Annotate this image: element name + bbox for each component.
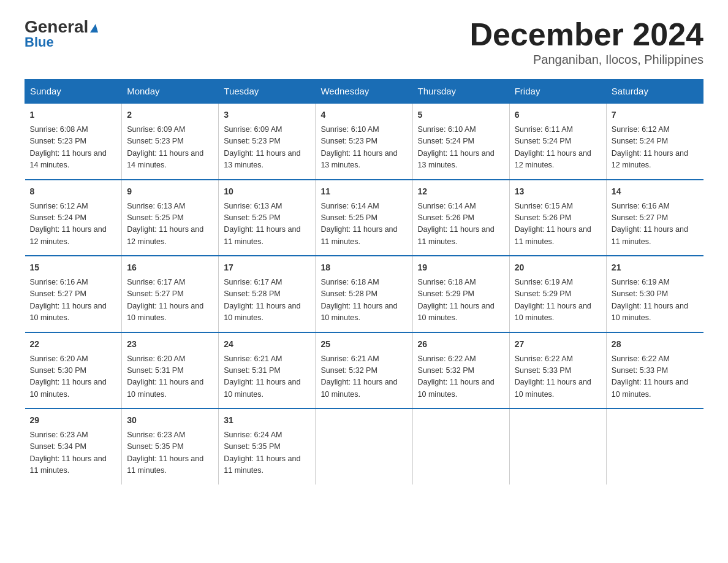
- day-info: Sunrise: 6:19 AMSunset: 5:29 PMDaylight:…: [515, 277, 601, 324]
- table-row: 3Sunrise: 6:09 AMSunset: 5:23 PMDaylight…: [219, 103, 316, 180]
- table-row: 30Sunrise: 6:23 AMSunset: 5:35 PMDayligh…: [122, 408, 219, 484]
- location-subtitle: Panganiban, Ilocos, Philippines: [469, 53, 703, 67]
- day-info: Sunrise: 6:23 AMSunset: 5:35 PMDaylight:…: [127, 429, 213, 477]
- day-number: 13: [515, 185, 601, 198]
- day-number: 21: [612, 261, 699, 274]
- day-number: 9: [127, 185, 213, 198]
- day-info: Sunrise: 6:17 AMSunset: 5:27 PMDaylight:…: [127, 277, 213, 324]
- col-monday: Monday: [122, 80, 219, 104]
- table-row: [606, 408, 703, 484]
- table-row: 9Sunrise: 6:13 AMSunset: 5:25 PMDaylight…: [122, 180, 219, 256]
- table-row: 10Sunrise: 6:13 AMSunset: 5:25 PMDayligh…: [219, 180, 316, 256]
- table-row: [412, 408, 509, 484]
- day-number: 11: [320, 185, 407, 198]
- table-row: 1Sunrise: 6:08 AMSunset: 5:23 PMDaylight…: [25, 103, 122, 180]
- table-row: 15Sunrise: 6:16 AMSunset: 5:27 PMDayligh…: [25, 256, 122, 332]
- table-row: 8Sunrise: 6:12 AMSunset: 5:24 PMDaylight…: [25, 180, 122, 256]
- day-number: 25: [320, 338, 407, 351]
- day-number: 27: [515, 338, 601, 351]
- col-wednesday: Wednesday: [316, 80, 412, 104]
- table-row: 17Sunrise: 6:17 AMSunset: 5:28 PMDayligh…: [219, 256, 316, 332]
- table-row: 29Sunrise: 6:23 AMSunset: 5:34 PMDayligh…: [25, 408, 122, 484]
- table-row: [316, 408, 412, 484]
- day-info: Sunrise: 6:23 AMSunset: 5:34 PMDaylight:…: [30, 429, 117, 477]
- table-row: 5Sunrise: 6:10 AMSunset: 5:24 PMDaylight…: [412, 103, 509, 180]
- day-number: 28: [612, 338, 699, 351]
- day-number: 15: [30, 261, 117, 274]
- table-row: 11Sunrise: 6:14 AMSunset: 5:25 PMDayligh…: [316, 180, 412, 256]
- table-row: 27Sunrise: 6:22 AMSunset: 5:33 PMDayligh…: [509, 332, 606, 409]
- day-number: 2: [127, 109, 213, 121]
- day-info: Sunrise: 6:13 AMSunset: 5:25 PMDaylight:…: [127, 201, 213, 248]
- calendar-week-row: 29Sunrise: 6:23 AMSunset: 5:34 PMDayligh…: [25, 408, 703, 484]
- table-row: 2Sunrise: 6:09 AMSunset: 5:23 PMDaylight…: [122, 103, 219, 180]
- table-row: 20Sunrise: 6:19 AMSunset: 5:29 PMDayligh…: [509, 256, 606, 332]
- day-info: Sunrise: 6:12 AMSunset: 5:24 PMDaylight:…: [30, 201, 117, 248]
- table-row: 12Sunrise: 6:14 AMSunset: 5:26 PMDayligh…: [412, 180, 509, 256]
- col-friday: Friday: [509, 80, 606, 104]
- table-row: 26Sunrise: 6:22 AMSunset: 5:32 PMDayligh…: [412, 332, 509, 409]
- day-number: 7: [612, 109, 699, 121]
- col-saturday: Saturday: [606, 80, 703, 104]
- table-row: 18Sunrise: 6:18 AMSunset: 5:28 PMDayligh…: [316, 256, 412, 332]
- day-number: 17: [224, 261, 310, 274]
- day-number: 24: [224, 338, 310, 351]
- day-number: 26: [418, 338, 504, 351]
- day-info: Sunrise: 6:09 AMSunset: 5:23 PMDaylight:…: [127, 124, 213, 172]
- day-number: 14: [612, 185, 699, 198]
- day-info: Sunrise: 6:11 AMSunset: 5:24 PMDaylight:…: [515, 124, 601, 172]
- day-info: Sunrise: 6:18 AMSunset: 5:28 PMDaylight:…: [320, 277, 407, 324]
- day-info: Sunrise: 6:18 AMSunset: 5:29 PMDaylight:…: [418, 277, 504, 324]
- day-number: 19: [418, 261, 504, 274]
- day-number: 5: [418, 109, 504, 121]
- day-info: Sunrise: 6:19 AMSunset: 5:30 PMDaylight:…: [612, 277, 699, 324]
- table-row: 4Sunrise: 6:10 AMSunset: 5:23 PMDaylight…: [316, 103, 412, 180]
- day-info: Sunrise: 6:14 AMSunset: 5:26 PMDaylight:…: [418, 201, 504, 248]
- table-row: 16Sunrise: 6:17 AMSunset: 5:27 PMDayligh…: [122, 256, 219, 332]
- table-row: 24Sunrise: 6:21 AMSunset: 5:31 PMDayligh…: [219, 332, 316, 409]
- month-title: December 2024: [469, 18, 703, 50]
- day-info: Sunrise: 6:16 AMSunset: 5:27 PMDaylight:…: [612, 201, 699, 248]
- day-info: Sunrise: 6:08 AMSunset: 5:23 PMDaylight:…: [30, 124, 117, 172]
- day-info: Sunrise: 6:22 AMSunset: 5:33 PMDaylight:…: [612, 353, 699, 401]
- day-number: 3: [224, 109, 310, 121]
- col-thursday: Thursday: [412, 80, 509, 104]
- day-number: 20: [515, 261, 601, 274]
- table-row: 14Sunrise: 6:16 AMSunset: 5:27 PMDayligh…: [606, 180, 703, 256]
- table-row: 31Sunrise: 6:24 AMSunset: 5:35 PMDayligh…: [219, 408, 316, 484]
- table-row: 13Sunrise: 6:15 AMSunset: 5:26 PMDayligh…: [509, 180, 606, 256]
- col-sunday: Sunday: [25, 80, 122, 104]
- calendar-header-row: Sunday Monday Tuesday Wednesday Thursday…: [25, 80, 703, 104]
- table-row: 19Sunrise: 6:18 AMSunset: 5:29 PMDayligh…: [412, 256, 509, 332]
- day-number: 8: [30, 185, 117, 198]
- day-number: 23: [127, 338, 213, 351]
- day-info: Sunrise: 6:13 AMSunset: 5:25 PMDaylight:…: [224, 201, 310, 248]
- day-info: Sunrise: 6:15 AMSunset: 5:26 PMDaylight:…: [515, 201, 601, 248]
- day-info: Sunrise: 6:10 AMSunset: 5:24 PMDaylight:…: [418, 124, 504, 172]
- day-info: Sunrise: 6:17 AMSunset: 5:28 PMDaylight:…: [224, 277, 310, 324]
- day-number: 16: [127, 261, 213, 274]
- day-info: Sunrise: 6:16 AMSunset: 5:27 PMDaylight:…: [30, 277, 117, 324]
- day-info: Sunrise: 6:22 AMSunset: 5:32 PMDaylight:…: [418, 353, 504, 401]
- day-number: 22: [30, 338, 117, 351]
- logo-general: General: [25, 18, 98, 36]
- table-row: [509, 408, 606, 484]
- table-row: 21Sunrise: 6:19 AMSunset: 5:30 PMDayligh…: [606, 256, 703, 332]
- day-info: Sunrise: 6:22 AMSunset: 5:33 PMDaylight:…: [515, 353, 601, 401]
- day-info: Sunrise: 6:20 AMSunset: 5:30 PMDaylight:…: [30, 353, 117, 401]
- day-info: Sunrise: 6:21 AMSunset: 5:31 PMDaylight:…: [224, 353, 310, 401]
- table-row: 6Sunrise: 6:11 AMSunset: 5:24 PMDaylight…: [509, 103, 606, 180]
- calendar-week-row: 8Sunrise: 6:12 AMSunset: 5:24 PMDaylight…: [25, 180, 703, 256]
- day-info: Sunrise: 6:21 AMSunset: 5:32 PMDaylight:…: [320, 353, 407, 401]
- day-info: Sunrise: 6:20 AMSunset: 5:31 PMDaylight:…: [127, 353, 213, 401]
- day-info: Sunrise: 6:14 AMSunset: 5:25 PMDaylight:…: [320, 201, 407, 248]
- day-number: 6: [515, 109, 601, 121]
- day-number: 12: [418, 185, 504, 198]
- table-row: 28Sunrise: 6:22 AMSunset: 5:33 PMDayligh…: [606, 332, 703, 409]
- day-number: 10: [224, 185, 310, 198]
- calendar-week-row: 22Sunrise: 6:20 AMSunset: 5:30 PMDayligh…: [25, 332, 703, 409]
- logo: General Blue: [25, 18, 98, 50]
- col-tuesday: Tuesday: [219, 80, 316, 104]
- calendar-week-row: 15Sunrise: 6:16 AMSunset: 5:27 PMDayligh…: [25, 256, 703, 332]
- calendar-table: Sunday Monday Tuesday Wednesday Thursday…: [25, 79, 703, 484]
